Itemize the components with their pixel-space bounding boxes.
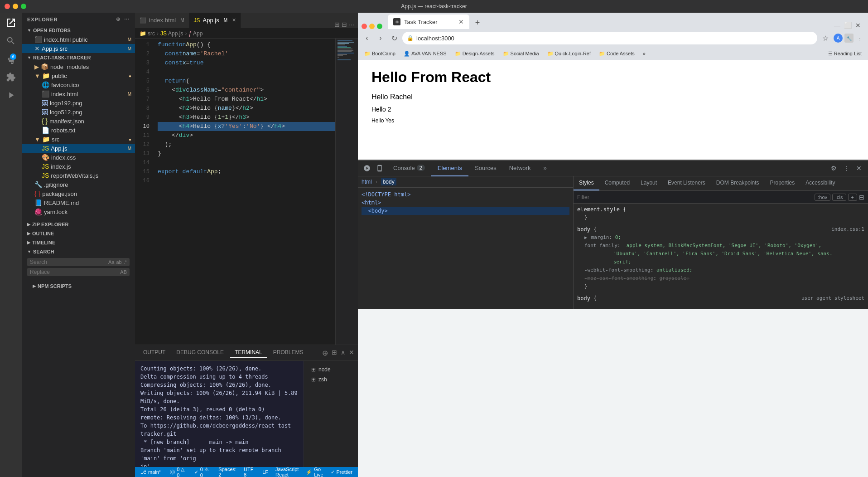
bookmark-code-assets[interactable]: 📁 Code Assets [596,50,637,58]
tab-index-html[interactable]: ⬛ index.html M [135,13,189,28]
devtools-tab-more[interactable]: » [537,161,553,176]
file-app-js[interactable]: JS App.js M [22,144,135,153]
status-spaces[interactable]: Spaces: 2 [217,467,238,477]
tab-terminal[interactable]: TERMINAL [230,347,267,358]
bookmark-quick-login[interactable]: 📁 Quick-Login-Ref [545,50,593,58]
breadcrumb-app-fn[interactable]: ƒ App [188,30,203,37]
file-robots[interactable]: 📄 robots.txt [22,126,135,135]
file-index-css[interactable]: 🎨 index.css [22,153,135,162]
back-button[interactable]: ‹ [362,33,372,44]
split-editor-icon[interactable]: ⊞ [334,21,340,28]
replace-input[interactable] [30,269,118,275]
file-logo512[interactable]: 🖼 logo512.png [22,107,135,117]
tab-close-icon[interactable]: ✕ [232,17,236,23]
tab-debug-console[interactable]: DEBUG CONSOLE [172,347,228,358]
close-icon[interactable]: ✕ [34,45,40,52]
styles-tab-properties[interactable]: Properties [765,176,800,190]
browser-url-bar[interactable]: 🔒 localhost:3000 [402,32,817,44]
browser-tab-task-tracker[interactable]: ⚛ Task Tracker ✕ [388,15,469,29]
activity-source-control[interactable]: 6 [5,53,17,65]
npm-scripts-section[interactable]: ▶ NPM SCRIPTS [27,282,130,291]
split-terminal-icon[interactable]: ⊞ [332,349,337,357]
file-logo192[interactable]: 🖼 logo192.png [22,98,135,107]
file-node-modules[interactable]: ▶ 📦 node_modules [22,62,135,71]
section-search[interactable]: ▼ SEARCH [22,247,135,256]
browser-window-close-icon[interactable]: ✕ [855,22,861,29]
new-browser-tab-button[interactable]: + [471,16,484,29]
breadcrumb-src[interactable]: 📁 src [140,30,155,37]
file-index-html[interactable]: ⬛ index.html M [22,89,135,98]
breadcrumb-app-js[interactable]: JS App.js [160,30,183,37]
devtools-more-icon[interactable]: ⋮ [841,163,852,174]
terminal-sidebar-node[interactable]: ⊞ node [308,365,354,375]
tab-app-js[interactable]: JS App.js M ✕ [189,13,241,28]
file-gitignore[interactable]: 🔧 .gitignore [22,180,135,189]
status-encoding[interactable]: UTF-8 [242,467,257,477]
status-eol[interactable]: LF [260,467,270,477]
activity-explorer[interactable] [5,16,17,29]
styles-tab-layout[interactable]: Layout [635,176,662,190]
expand-styles-icon[interactable]: ⊟ [859,194,864,201]
search-word-icon[interactable]: ab [116,259,121,265]
search-regex-icon[interactable]: .* [124,259,127,265]
styles-tab-dom-breakpoints[interactable]: DOM Breakpoints [711,176,765,190]
status-branch[interactable]: ⎇ main* [139,469,163,475]
devtools-tab-console[interactable]: Console 2 [387,161,431,176]
bookmark-social-media[interactable]: 📁 Social Media [500,50,542,58]
activity-extensions[interactable] [5,71,17,83]
toggle-panel-icon[interactable]: ⊟ [342,21,347,28]
devtools-tab-network[interactable]: Network [503,161,537,176]
styles-tab-event-listeners[interactable]: Event Listeners [662,176,711,190]
devtools-tab-sources[interactable]: Sources [468,161,503,176]
status-language[interactable]: JavaScript React [274,467,300,477]
section-zip-explorer[interactable]: ▶ ZIP EXPLORER [22,220,135,229]
file-src[interactable]: ▼ 📁 src ● [22,135,135,144]
section-timeline[interactable]: ▶ TIMELINE [22,238,135,247]
bookmark-reading-list[interactable]: ☰ Reading List [825,50,864,58]
open-editor-app-js[interactable]: ✕ App.js src M [22,44,135,53]
activity-search[interactable] [5,34,17,47]
minimize-button[interactable] [13,4,18,9]
close-terminal-icon[interactable]: ✕ [349,349,354,357]
terminal-body[interactable]: Counting objects: 100% (26/26), done. De… [135,361,304,467]
file-manifest[interactable]: { } manifest.json [22,117,135,126]
bookmark-ava[interactable]: 👤 AVA VAN NESS [401,50,449,58]
replace-all-icon[interactable]: AB [120,269,127,275]
devtools-settings-icon[interactable]: ⚙ [828,163,839,174]
terminal-sidebar-zsh[interactable]: ⊞ zsh [308,375,354,385]
more-actions-icon[interactable]: ··· [124,16,130,22]
chrome-profile-icon[interactable]: A [834,34,843,43]
browser-close-button[interactable] [362,24,367,29]
hov-filter-badge[interactable]: :hov [815,194,830,201]
add-terminal-icon[interactable]: ⊕ [322,349,328,357]
status-go-live[interactable]: ⚡Go Live [304,467,325,477]
browser-window-maximize-icon[interactable]: ⬜ [844,22,852,29]
status-sync[interactable]: ⓪ 0 △ 0 [168,467,187,477]
styles-tab-styles[interactable]: Styles [574,176,599,190]
section-outline[interactable]: ▶ OUTLINE [22,229,135,238]
refresh-button[interactable]: ↻ [389,33,400,44]
section-project[interactable]: ▼ REACT-TASK-TRACKER [22,53,135,62]
file-public[interactable]: ▼ 📁 public ● [22,71,135,80]
dom-body-tag[interactable]: body [381,178,396,185]
chrome-dots-icon[interactable]: ⋮ [855,34,864,43]
code-content[interactable]: function App() { const name = 'Rachel' c… [153,39,335,345]
section-open-editors[interactable]: ▼ OPEN EDITORS [22,26,135,35]
bookmark-button[interactable]: ☆ [820,33,831,44]
browser-minimize-button[interactable] [369,24,375,29]
open-editor-index-html[interactable]: ⬛ index.html public M [22,35,135,44]
more-actions-editor-icon[interactable]: ··· [349,21,354,28]
browser-tab-close-icon[interactable]: ✕ [458,18,464,25]
search-case-icon[interactable]: Aa [108,259,114,265]
devtools-inspect-icon[interactable] [362,163,372,174]
new-file-icon[interactable]: ⊕ [116,16,121,22]
file-package-json[interactable]: { } package.json [22,189,135,198]
dom-html-tag[interactable]: html [362,179,372,185]
cls-filter-badge[interactable]: .cls [832,194,846,201]
status-prettier[interactable]: ✓Prettier [329,467,354,477]
file-yarn-lock[interactable]: 🧶 yarn.lock [22,207,135,216]
styles-tab-accessibility[interactable]: Accessibility [800,176,840,190]
browser-window-minimize-icon[interactable]: — [834,22,840,29]
prop-expand-icon[interactable]: ▶ [584,235,587,240]
styles-tab-computed[interactable]: Computed [599,176,635,190]
